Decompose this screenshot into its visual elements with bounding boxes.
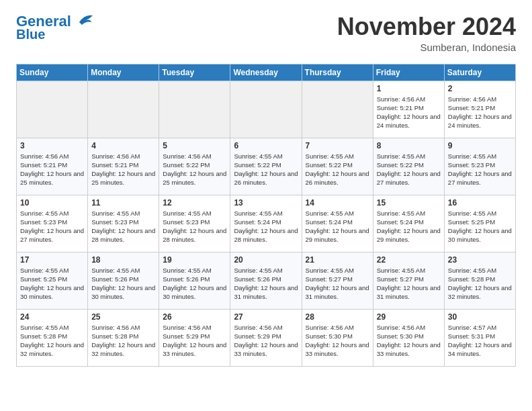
day-number: 6 [234,141,298,150]
day-number: 4 [91,141,155,150]
weekday-monday: Monday [88,64,159,81]
day-number: 14 [306,198,369,208]
calendar-cell: 11Sunrise: 4:55 AM Sunset: 5:23 PM Dayli… [88,195,159,252]
cell-info: Sunrise: 4:56 AM Sunset: 5:28 PM Dayligh… [91,323,155,359]
weekday-sunday: Sunday [17,64,88,81]
day-number: 13 [234,198,298,208]
day-number: 26 [163,312,226,322]
cell-info: Sunrise: 4:55 AM Sunset: 5:28 PM Dayligh… [448,266,512,302]
day-number: 10 [20,198,84,208]
day-number: 22 [377,255,441,265]
cell-info: Sunrise: 4:55 AM Sunset: 5:23 PM Dayligh… [91,209,155,244]
day-number: 3 [20,141,84,150]
cell-info: Sunrise: 4:56 AM Sunset: 5:21 PM Dayligh… [377,95,441,130]
cell-info: Sunrise: 4:55 AM Sunset: 5:26 PM Dayligh… [234,266,298,302]
calendar-cell: 8Sunrise: 4:55 AM Sunset: 5:22 PM Daylig… [373,138,444,195]
logo: General Blue [16,13,94,42]
logo-blue-text: Blue [16,27,45,42]
cell-info: Sunrise: 4:57 AM Sunset: 5:31 PM Dayligh… [448,323,512,359]
day-number: 15 [377,198,441,208]
day-number: 27 [234,312,298,322]
day-number: 28 [306,312,369,322]
cell-info: Sunrise: 4:56 AM Sunset: 5:30 PM Dayligh… [377,323,441,359]
title-block: November 2024 Sumberan, Indonesia [337,13,516,53]
calendar-cell: 28Sunrise: 4:56 AM Sunset: 5:30 PM Dayli… [302,309,373,366]
calendar-cell: 16Sunrise: 4:55 AM Sunset: 5:25 PM Dayli… [444,195,515,252]
cell-info: Sunrise: 4:55 AM Sunset: 5:28 PM Dayligh… [20,323,84,359]
cell-info: Sunrise: 4:56 AM Sunset: 5:21 PM Dayligh… [20,152,84,187]
day-number: 29 [377,312,441,322]
calendar-cell: 10Sunrise: 4:55 AM Sunset: 5:23 PM Dayli… [17,195,88,252]
week-row-2: 3Sunrise: 4:56 AM Sunset: 5:21 PM Daylig… [17,138,516,195]
cell-info: Sunrise: 4:56 AM Sunset: 5:29 PM Dayligh… [234,323,298,359]
cell-info: Sunrise: 4:55 AM Sunset: 5:26 PM Dayligh… [163,266,226,302]
cell-info: Sunrise: 4:55 AM Sunset: 5:27 PM Dayligh… [377,266,441,302]
calendar-cell: 5Sunrise: 4:56 AM Sunset: 5:22 PM Daylig… [159,138,230,195]
cell-info: Sunrise: 4:55 AM Sunset: 5:25 PM Dayligh… [20,266,84,302]
week-row-5: 24Sunrise: 4:55 AM Sunset: 5:28 PM Dayli… [17,309,516,366]
weekday-thursday: Thursday [302,64,373,81]
calendar-cell: 12Sunrise: 4:55 AM Sunset: 5:23 PM Dayli… [159,195,230,252]
day-number: 8 [377,141,441,150]
day-number: 25 [91,312,155,322]
calendar-cell: 2Sunrise: 4:56 AM Sunset: 5:21 PM Daylig… [444,81,515,138]
day-number: 19 [163,255,226,265]
cell-info: Sunrise: 4:55 AM Sunset: 5:22 PM Dayligh… [234,152,298,187]
day-number: 9 [448,141,512,150]
weekday-tuesday: Tuesday [159,64,230,81]
calendar-cell: 30Sunrise: 4:57 AM Sunset: 5:31 PM Dayli… [444,309,515,366]
day-number: 20 [234,255,298,265]
cell-info: Sunrise: 4:55 AM Sunset: 5:22 PM Dayligh… [306,152,369,187]
cell-info: Sunrise: 4:55 AM Sunset: 5:23 PM Dayligh… [163,209,226,244]
calendar-cell [17,81,88,138]
day-number: 24 [20,312,84,322]
page: General Blue November 2024 Sumberan, Ind… [0,0,532,380]
calendar-cell [302,81,373,138]
week-row-3: 10Sunrise: 4:55 AM Sunset: 5:23 PM Dayli… [17,195,516,252]
calendar-cell: 25Sunrise: 4:56 AM Sunset: 5:28 PM Dayli… [88,309,159,366]
calendar-cell: 9Sunrise: 4:55 AM Sunset: 5:23 PM Daylig… [444,138,515,195]
week-row-1: 1Sunrise: 4:56 AM Sunset: 5:21 PM Daylig… [17,81,516,138]
cell-info: Sunrise: 4:55 AM Sunset: 5:24 PM Dayligh… [234,209,298,244]
cell-info: Sunrise: 4:55 AM Sunset: 5:26 PM Dayligh… [91,266,155,302]
weekday-saturday: Saturday [444,64,515,81]
calendar-cell [230,81,302,138]
day-number: 5 [163,141,226,150]
calendar-cell: 18Sunrise: 4:55 AM Sunset: 5:26 PM Dayli… [88,252,159,309]
weekday-friday: Friday [373,64,444,81]
day-number: 2 [448,84,512,93]
calendar-cell: 7Sunrise: 4:55 AM Sunset: 5:22 PM Daylig… [302,138,373,195]
calendar-cell: 29Sunrise: 4:56 AM Sunset: 5:30 PM Dayli… [373,309,444,366]
day-number: 17 [20,255,84,265]
calendar-cell [159,81,230,138]
day-number: 11 [91,198,155,208]
cell-info: Sunrise: 4:55 AM Sunset: 5:24 PM Dayligh… [377,209,441,244]
weekday-wednesday: Wednesday [230,64,302,81]
weekday-header-row: SundayMondayTuesdayWednesdayThursdayFrid… [17,64,516,81]
cell-info: Sunrise: 4:56 AM Sunset: 5:30 PM Dayligh… [306,323,369,359]
calendar-table: SundayMondayTuesdayWednesdayThursdayFrid… [16,64,516,367]
day-number: 23 [448,255,512,265]
calendar-cell: 15Sunrise: 4:55 AM Sunset: 5:24 PM Dayli… [373,195,444,252]
calendar-cell: 6Sunrise: 4:55 AM Sunset: 5:22 PM Daylig… [230,138,302,195]
day-number: 1 [377,84,441,93]
location: Sumberan, Indonesia [337,42,516,53]
calendar-cell [88,81,159,138]
day-number: 12 [163,198,226,208]
calendar-cell: 14Sunrise: 4:55 AM Sunset: 5:24 PM Dayli… [302,195,373,252]
cell-info: Sunrise: 4:55 AM Sunset: 5:27 PM Dayligh… [306,266,369,302]
cell-info: Sunrise: 4:55 AM Sunset: 5:23 PM Dayligh… [448,152,512,187]
cell-info: Sunrise: 4:55 AM Sunset: 5:25 PM Dayligh… [448,209,512,244]
calendar-cell: 20Sunrise: 4:55 AM Sunset: 5:26 PM Dayli… [230,252,302,309]
cell-info: Sunrise: 4:55 AM Sunset: 5:22 PM Dayligh… [377,152,441,187]
day-number: 16 [448,198,512,208]
day-number: 18 [91,255,155,265]
cell-info: Sunrise: 4:56 AM Sunset: 5:21 PM Dayligh… [91,152,155,187]
cell-info: Sunrise: 4:56 AM Sunset: 5:22 PM Dayligh… [163,152,226,187]
calendar-cell: 1Sunrise: 4:56 AM Sunset: 5:21 PM Daylig… [373,81,444,138]
logo-bird-icon [73,13,94,28]
day-number: 30 [448,312,512,322]
cell-info: Sunrise: 4:55 AM Sunset: 5:24 PM Dayligh… [306,209,369,244]
week-row-4: 17Sunrise: 4:55 AM Sunset: 5:25 PM Dayli… [17,252,516,309]
calendar-cell: 17Sunrise: 4:55 AM Sunset: 5:25 PM Dayli… [17,252,88,309]
